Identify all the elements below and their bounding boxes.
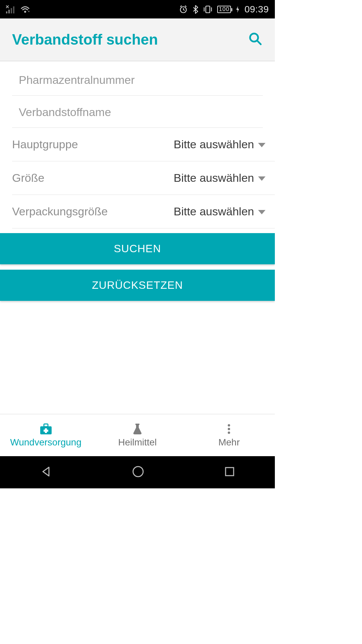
svg-rect-6 [206, 6, 210, 13]
package-size-select[interactable]: Verpackungsgröße Bitte auswählen [12, 195, 275, 228]
main-group-select[interactable]: Hauptgruppe Bitte auswählen [12, 128, 275, 161]
flask-icon [131, 423, 143, 435]
svg-rect-3 [13, 6, 14, 13]
pharma-number-placeholder: Pharmazentralnummer [19, 73, 263, 87]
app-bar: Verbandstoff suchen [0, 18, 275, 61]
svg-point-14 [228, 428, 230, 430]
svg-rect-2 [11, 8, 12, 13]
tab-remedies-label: Heilmittel [118, 437, 157, 448]
svg-point-16 [133, 467, 143, 477]
search-button[interactable]: SUCHEN [0, 233, 275, 264]
tab-wound-care-label: Wundversorgung [10, 437, 81, 448]
search-form: Pharmazentralnummer Verbandstoffname Hau… [0, 61, 275, 306]
battery-text: 100 [219, 6, 229, 12]
search-icon[interactable] [248, 32, 263, 48]
empty-space [0, 306, 275, 414]
more-icon [227, 423, 231, 435]
chevron-down-icon [258, 210, 265, 214]
dressing-name-field[interactable]: Verbandstoffname [12, 96, 263, 128]
recent-apps-button[interactable] [224, 466, 235, 479]
size-value: Bitte auswählen [174, 171, 254, 184]
page-title: Verbandstoff suchen [12, 31, 158, 48]
svg-point-4 [24, 11, 26, 13]
svg-rect-0 [6, 11, 7, 13]
svg-rect-12 [135, 424, 139, 425]
tab-remedies[interactable]: Heilmittel [92, 414, 183, 456]
size-select[interactable]: Größe Bitte auswählen [12, 161, 275, 195]
bluetooth-icon [192, 5, 198, 14]
battery-icon: 100 [217, 6, 231, 13]
chevron-down-icon [258, 176, 265, 181]
svg-rect-9 [44, 424, 48, 427]
medkit-icon [39, 423, 53, 435]
dressing-name-placeholder: Verbandstoffname [19, 106, 263, 119]
package-size-value: Bitte auswählen [174, 205, 254, 218]
package-size-label: Verpackungsgröße [12, 205, 108, 218]
system-nav-bar [0, 456, 275, 488]
chevron-down-icon [258, 143, 265, 147]
status-clock: 09:39 [244, 4, 269, 15]
wifi-icon [20, 5, 30, 13]
charging-icon [236, 5, 240, 13]
tab-more[interactable]: Mehr [183, 414, 275, 456]
status-bar: 100 09:39 [0, 0, 275, 18]
signal-icon [6, 5, 15, 13]
vibrate-icon [203, 5, 213, 14]
pharma-number-field[interactable]: Pharmazentralnummer [12, 61, 263, 96]
tab-wound-care[interactable]: Wundversorgung [0, 414, 92, 456]
bottom-nav: Wundversorgung Heilmittel Mehr [0, 414, 275, 456]
main-group-label: Hauptgruppe [12, 138, 78, 151]
main-group-value: Bitte auswählen [174, 138, 254, 151]
svg-point-15 [228, 431, 230, 434]
reset-button[interactable]: ZURÜCKSETZEN [0, 270, 275, 301]
size-label: Größe [12, 171, 44, 184]
svg-rect-17 [226, 468, 234, 476]
back-button[interactable] [40, 465, 52, 479]
svg-rect-11 [44, 430, 48, 432]
svg-rect-1 [8, 10, 10, 13]
svg-point-13 [228, 424, 230, 426]
alarm-icon [179, 5, 188, 14]
home-button[interactable] [131, 465, 145, 480]
tab-more-label: Mehr [218, 437, 240, 448]
